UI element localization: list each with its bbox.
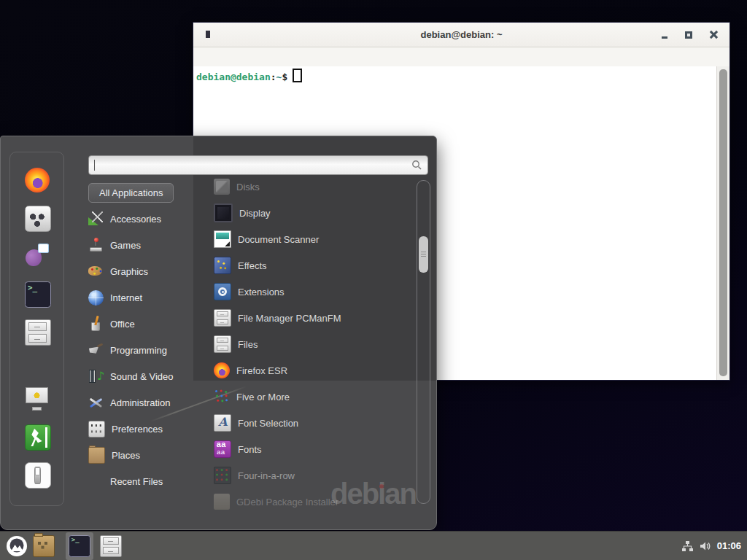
application-disks[interactable]: Disks (214, 174, 412, 200)
category-programming[interactable]: Programming (88, 337, 211, 363)
clock[interactable]: 01:06 (717, 540, 741, 551)
prompt-user-host: debian@debian (196, 71, 271, 82)
application-label: GDebi Package Installer (236, 497, 338, 508)
application-firefox-esr[interactable]: Firefox ESR (214, 357, 412, 384)
menu-orb-icon (6, 535, 28, 557)
terminal-scrollbar-thumb[interactable] (719, 69, 727, 376)
application-label: Document Scanner (238, 234, 319, 245)
category-label: Games (110, 240, 141, 251)
application-icon (214, 467, 231, 484)
folder-icon (33, 535, 55, 557)
favorite-lock-screen[interactable] (25, 386, 50, 411)
application-label: Firefox ESR (236, 365, 287, 376)
category-icon (88, 447, 105, 464)
favorite-icon (25, 386, 50, 411)
category-preferences[interactable]: Preferences (88, 416, 211, 442)
category-administration[interactable]: Administration (88, 389, 211, 416)
application-list: Disks Display Document Scanner Effects E… (214, 174, 412, 515)
prompt-colon: : (271, 71, 276, 82)
application-gdebi-package-installer[interactable]: GDebi Package Installer (214, 489, 412, 515)
application-file-manager-pcmanfm[interactable]: File Manager PCManFM (214, 305, 412, 331)
category-graphics[interactable]: Graphics (88, 258, 211, 284)
volume-icon[interactable] (700, 540, 711, 552)
apps-scrollbar[interactable] (417, 180, 430, 504)
network-icon[interactable] (681, 540, 694, 552)
apps-scrollbar-thumb[interactable] (419, 236, 428, 273)
terminal-scrollbar[interactable] (716, 66, 729, 380)
application-icon (214, 414, 231, 432)
application-label: Font Selection (238, 418, 298, 429)
category-places[interactable]: Places (88, 442, 211, 468)
category-label: Programming (110, 345, 167, 356)
favorite-icon (25, 244, 50, 268)
system-tray: 01:06 (681, 540, 741, 552)
application-files[interactable]: Files (214, 331, 412, 357)
application-fonts[interactable]: Fonts (214, 436, 412, 462)
application-font-selection[interactable]: Font Selection (214, 410, 412, 436)
close-button[interactable] (710, 31, 718, 39)
application-four-in-a-row[interactable]: Four-in-a-row (214, 462, 412, 489)
category-internet[interactable]: Internet (88, 284, 211, 311)
menu-search (88, 155, 428, 175)
terminal-cursor (293, 69, 302, 82)
category-sound-video[interactable]: Sound & Video (88, 363, 211, 389)
application-display[interactable]: Display (214, 200, 412, 226)
window-icon (206, 31, 210, 38)
favorite-software[interactable] (25, 206, 50, 230)
window-title: debian@debian: ~ (421, 29, 503, 40)
application-label: Extensions (238, 287, 285, 298)
application-icon (214, 257, 231, 274)
application-icon (214, 230, 231, 248)
files-launcher[interactable] (100, 535, 122, 557)
category-accessories[interactable]: Accessories (88, 206, 211, 232)
category-recent-files[interactable]: Recent Files (88, 468, 211, 494)
category-office[interactable]: Office (88, 311, 211, 337)
favorites-sidebar (9, 152, 64, 506)
application-icon (214, 309, 231, 327)
favorite-pidgin[interactable] (25, 244, 50, 268)
category-label: Administration (110, 397, 170, 408)
search-input[interactable] (88, 155, 428, 175)
category-icon (88, 421, 105, 438)
favorite-shutdown[interactable] (25, 462, 50, 487)
favorite-log-out[interactable] (25, 424, 50, 449)
favorite-terminal[interactable] (25, 281, 50, 306)
category-label: Places (112, 450, 140, 461)
application-menu: debian (0, 136, 437, 530)
application-label: Five or More (236, 392, 290, 402)
favorite-firefox[interactable] (25, 168, 50, 192)
favorite-icon (25, 168, 50, 192)
window-controls (662, 23, 718, 47)
application-label: Effects (238, 260, 267, 271)
maximize-button[interactable] (685, 31, 692, 39)
category-icon (88, 264, 104, 279)
application-icon (214, 283, 231, 300)
favorite-file-manager[interactable] (25, 319, 50, 344)
menu-button[interactable] (6, 535, 28, 557)
application-label: File Manager PCManFM (238, 313, 341, 324)
application-label: Fonts (238, 444, 262, 455)
category-all-applications[interactable]: All Applications (88, 179, 211, 206)
category-games[interactable]: Games (88, 232, 211, 258)
category-label: Preferences (112, 424, 163, 435)
application-label: Files (238, 339, 258, 350)
favorite-icon (25, 281, 51, 308)
category-label: Recent Files (110, 476, 163, 487)
application-document-scanner[interactable]: Document Scanner (214, 226, 412, 252)
favorite-icon (25, 319, 51, 346)
file-manager-launcher[interactable] (33, 535, 55, 557)
file-cabinet-icon (100, 535, 122, 557)
minimize-button[interactable] (662, 36, 667, 39)
terminal-launcher[interactable] (66, 532, 93, 560)
application-five-or-more[interactable]: Five or More (214, 384, 412, 410)
category-icon (88, 369, 104, 384)
application-effects[interactable]: Effects (214, 252, 412, 279)
terminal-titlebar[interactable]: debian@debian: ~ (193, 23, 729, 47)
application-label: Disks (236, 182, 260, 192)
favorite-icon (25, 206, 51, 232)
prompt-dollar: $ (282, 71, 287, 82)
category-icon (88, 238, 104, 253)
terminal-icon (69, 535, 90, 557)
category-label: Office (110, 319, 135, 330)
application-extensions[interactable]: Extensions (214, 279, 412, 305)
